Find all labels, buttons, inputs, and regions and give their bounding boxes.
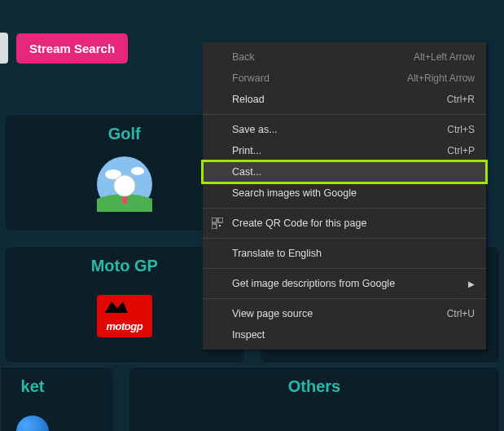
svg-point-2 <box>131 167 144 175</box>
ctx-translate[interactable]: Translate to English <box>203 243 486 264</box>
category-card-others[interactable]: Others <box>129 367 500 431</box>
ctx-label: Translate to English <box>232 248 322 259</box>
ctx-create-qr[interactable]: Create QR Code for this page <box>203 213 486 234</box>
card-title: Moto GP <box>91 257 158 275</box>
card-title: Golf <box>108 125 141 143</box>
ctx-separator <box>203 238 486 239</box>
ctx-cast[interactable]: Cast... <box>203 161 486 183</box>
ctx-label: Get image descriptions from Google <box>232 278 395 289</box>
motogp-logo-text: motogp <box>106 320 142 332</box>
ctx-shortcut: Ctrl+S <box>447 124 475 135</box>
category-card-cricket-partial[interactable]: ket <box>0 367 114 431</box>
ctx-shortcut: Ctrl+R <box>447 94 475 105</box>
ctx-shortcut: Alt+Right Arrow <box>407 73 475 84</box>
ctx-reload[interactable]: Reload Ctrl+R <box>203 89 486 110</box>
adjacent-tab-stub[interactable] <box>0 33 8 64</box>
golf-icon <box>97 156 152 212</box>
ctx-label: Back <box>232 51 255 63</box>
ctx-shortcut: Ctrl+U <box>447 308 475 319</box>
card-title: Others <box>288 377 340 396</box>
svg-rect-16 <box>212 224 217 229</box>
ctx-separator <box>203 208 486 209</box>
ctx-back[interactable]: Back Alt+Left Arrow <box>203 46 486 68</box>
ball-icon <box>16 416 49 431</box>
ctx-image-descriptions[interactable]: Get image descriptions from Google ▶ <box>203 273 486 294</box>
svg-rect-17 <box>219 225 221 226</box>
svg-rect-14 <box>212 218 217 222</box>
ctx-label: View page source <box>232 308 313 319</box>
ctx-save-as[interactable]: Save as... Ctrl+S <box>203 119 486 140</box>
ctx-search-images[interactable]: Search images with Google <box>203 183 486 204</box>
ctx-forward[interactable]: Forward Alt+Right Arrow <box>203 68 486 89</box>
ctx-separator <box>203 268 486 269</box>
ctx-label: Inspect <box>232 329 265 341</box>
ctx-label: Cast... <box>232 166 261 178</box>
card-title: ket <box>0 377 89 396</box>
ctx-view-source[interactable]: View page source Ctrl+U <box>203 303 486 324</box>
ctx-shortcut: Ctrl+P <box>447 145 475 156</box>
ctx-inspect[interactable]: Inspect <box>203 324 486 345</box>
submenu-arrow-icon: ▶ <box>468 279 475 288</box>
ctx-label: Forward <box>232 73 270 84</box>
stream-search-button[interactable]: Stream Search <box>16 33 128 64</box>
ctx-print[interactable]: Print... Ctrl+P <box>203 140 486 161</box>
ctx-label: Create QR Code for this page <box>232 218 366 229</box>
ctx-separator <box>203 298 486 299</box>
ctx-label: Print... <box>232 145 261 156</box>
ctx-label: Search images with Google <box>232 187 357 199</box>
qr-icon <box>211 217 224 230</box>
ctx-separator <box>203 114 486 115</box>
ctx-label: Reload <box>232 94 265 105</box>
ctx-label: Save as... <box>232 124 278 135</box>
browser-context-menu: Back Alt+Left Arrow Forward Alt+Right Ar… <box>203 42 486 350</box>
motogp-icon: motogp <box>97 288 152 344</box>
svg-point-4 <box>114 175 135 196</box>
svg-rect-15 <box>218 218 223 222</box>
ctx-shortcut: Alt+Left Arrow <box>414 51 475 63</box>
